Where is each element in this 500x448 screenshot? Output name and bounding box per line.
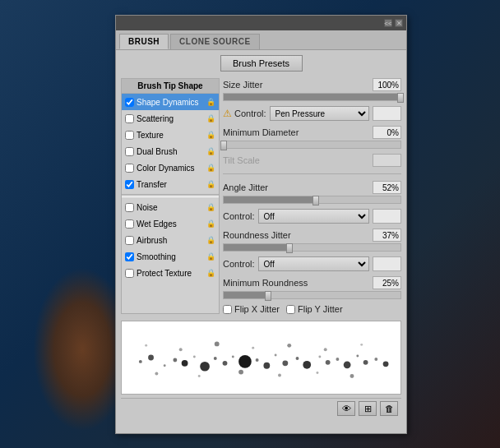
panel-tabs: BRUSH CLONE SOURCE [116,30,406,50]
checkbox-transfer[interactable] [125,180,134,189]
min-diameter-input[interactable] [373,126,401,139]
svg-point-13 [275,354,277,357]
roundness-jitter-input[interactable] [373,229,401,242]
checkbox-smoothing[interactable] [125,252,134,261]
svg-point-8 [223,361,228,366]
min-diameter-row: Minimum Diameter [223,126,401,139]
min-diameter-slider[interactable] [223,141,401,149]
tilt-scale-input [373,154,401,167]
checkbox-protect-texture[interactable] [125,269,134,278]
roundness-jitter-label: Roundness Jitter [223,230,369,240]
flip-x-label[interactable]: Flip X Jitter [223,304,280,314]
brush-item-airbrush[interactable]: Airbrush 🔒 [122,232,219,248]
separator [122,194,219,197]
svg-point-30 [324,348,327,351]
brush-item-smoothing[interactable]: Smoothing 🔒 [122,248,219,265]
size-jitter-slider[interactable] [223,93,401,101]
brush-item-label: Shape Dynamics [137,98,199,107]
svg-point-18 [326,360,331,365]
brush-list: Brush Tip Shape Shape Dynamics 🔒 Scatter… [121,78,220,314]
svg-point-24 [383,361,389,367]
eyedropper-button[interactable]: 👁 [337,401,355,416]
brush-item-color-dynamics[interactable]: Color Dynamics 🔒 [122,159,219,176]
svg-point-21 [356,355,359,358]
min-roundness-slider[interactable] [223,291,401,299]
svg-point-26 [179,348,183,351]
svg-point-17 [318,356,321,358]
min-roundness-slider-row [223,291,401,299]
checkbox-texture[interactable] [125,131,134,140]
flip-y-text: Flip Y Jitter [298,304,343,314]
brush-item-scattering[interactable]: Scattering 🔒 [122,110,219,127]
brush-item-texture[interactable]: Texture 🔒 [122,127,219,143]
close-button[interactable]: ✕ [395,19,403,27]
svg-point-9 [232,356,234,358]
brush-item-protect-texture[interactable]: Protect Texture 🔒 [122,265,219,281]
brush-item-noise[interactable]: Noise 🔒 [122,199,219,215]
collapse-button[interactable]: << [384,19,392,27]
panel-body: Brush Presets Brush Tip Shape Shape Dyna… [116,50,406,423]
control1-label: Control: [234,109,266,118]
brush-item-label: Wet Edges [137,219,177,229]
roundness-jitter-row: Roundness Jitter [223,229,401,242]
svg-point-6 [200,362,210,372]
svg-point-5 [193,356,196,358]
control3-row: Control: Off Fade Pen Pressure [223,256,401,271]
control3-value [373,256,401,271]
checkbox-noise[interactable] [125,203,134,212]
brush-item-label: Dual Brush [137,147,177,156]
lock-icon-airbrush: 🔒 [206,236,215,244]
checkbox-shape-dynamics[interactable] [125,98,134,107]
brush-item-label: Smoothing [137,252,176,261]
lock-icon-transfer: 🔒 [206,180,215,188]
eyedropper-icon: 👁 [342,404,351,413]
tab-brush[interactable]: BRUSH [119,34,169,49]
svg-point-32 [155,372,158,376]
svg-point-25 [145,344,147,347]
lock-icon-dual-brush: 🔒 [206,147,215,155]
min-roundness-row: Minimum Roundness [223,276,401,289]
control2-row: Control: Off Fade Pen Pressure [223,209,401,224]
lock-icon-scattering: 🔒 [206,114,215,122]
grid-icon: ⊞ [364,404,372,414]
control3-label: Control: [223,259,255,269]
checkbox-wet-edges[interactable] [125,219,134,229]
svg-point-23 [374,358,377,361]
control1-row: ⚠ Control: Pen Pressure Off Fade Pen Til… [223,106,401,121]
brush-item-label: Texture [137,131,164,140]
angle-jitter-input[interactable] [373,181,401,194]
svg-point-28 [252,347,254,349]
brush-item-dual-brush[interactable]: Dual Brush 🔒 [122,143,219,159]
brush-item-transfer[interactable]: Transfer 🔒 [122,176,219,192]
angle-jitter-slider[interactable] [223,196,401,204]
checkbox-scattering[interactable] [125,114,134,123]
control3-select[interactable]: Off Fade Pen Pressure [258,256,369,271]
warning-icon-1: ⚠ [223,108,232,119]
lock-icon-wet-edges: 🔒 [206,219,215,228]
panel-titlebar: << ✕ [116,16,406,30]
delete-button[interactable]: 🗑 [380,401,398,416]
brush-presets-button[interactable]: Brush Presets [220,55,303,72]
checkbox-dual-brush[interactable] [125,147,134,156]
svg-point-10 [238,355,252,368]
control1-select[interactable]: Pen Pressure Off Fade Pen Tilt [270,106,369,121]
svg-point-3 [173,358,177,362]
control2-select[interactable]: Off Fade Pen Pressure [258,209,369,224]
size-jitter-input[interactable] [373,78,401,91]
flip-y-label[interactable]: Flip Y Jitter [286,304,343,314]
roundness-jitter-slider[interactable] [223,243,401,252]
lock-icon-color-dynamics: 🔒 [206,164,215,172]
control1-value [373,106,401,121]
control2-label: Control: [223,211,255,221]
flip-x-checkbox[interactable] [223,305,232,314]
checkbox-color-dynamics[interactable] [125,164,134,173]
tilt-scale-label: Tilt Scale [223,155,369,165]
min-roundness-input[interactable] [373,276,401,289]
brush-item-wet-edges[interactable]: Wet Edges 🔒 [122,215,219,232]
flip-y-checkbox[interactable] [286,305,295,314]
tab-clone-source[interactable]: CLONE SOURCE [170,34,260,49]
grid-button[interactable]: ⊞ [359,401,377,416]
brush-item-shape-dynamics[interactable]: Shape Dynamics 🔒 [122,94,219,110]
checkbox-airbrush[interactable] [125,236,134,245]
size-jitter-label: Size Jitter [223,80,369,90]
